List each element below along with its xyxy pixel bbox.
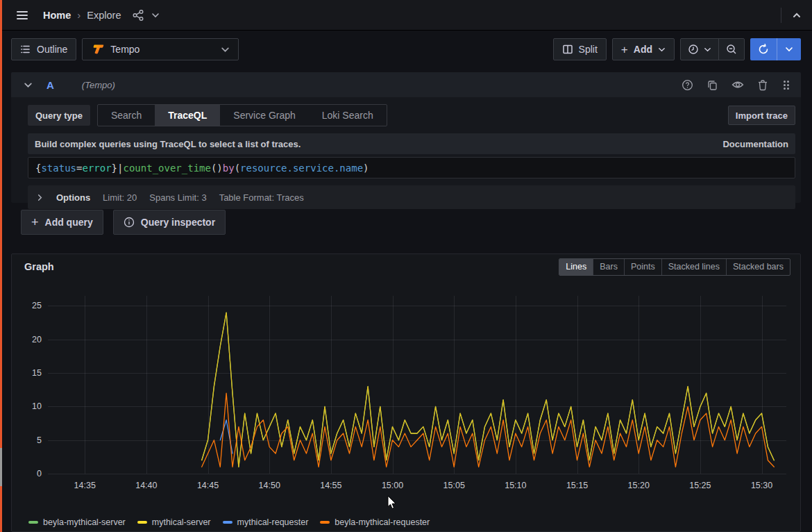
graph-panel-title: Graph — [24, 261, 54, 272]
drag-handle-icon[interactable] — [781, 79, 791, 91]
outline-button-label: Outline — [37, 44, 67, 55]
options-label[interactable]: Options — [56, 192, 90, 203]
breadcrumb-home[interactable]: Home — [43, 10, 71, 21]
query-type-tab-service-graph[interactable]: Service Graph — [220, 105, 308, 126]
legend-item-mythical-requester[interactable]: mythical-requester — [223, 517, 309, 527]
legend-label: mythical-requester — [237, 517, 309, 527]
tempo-logo — [91, 42, 105, 56]
explore-toolbar: Outline Tempo Split + Add — [11, 38, 801, 60]
query-token: = — [76, 163, 82, 174]
graph-panel: Graph LinesBarsPointsStacked linesStacke… — [11, 253, 801, 532]
option-summary-item: Limit: 20 — [103, 192, 137, 203]
graph-style-points[interactable]: Points — [624, 259, 661, 275]
query-token: } — [112, 163, 117, 174]
query-token: { — [35, 163, 41, 174]
graph-style-lines[interactable]: Lines — [559, 259, 593, 275]
graph-style-radio-group: LinesBarsPointsStacked linesStacked bars — [559, 258, 790, 276]
traceql-info-text: Build complex queries using TraceQL to s… — [35, 139, 301, 149]
add-query-button[interactable]: + Add query — [21, 210, 103, 235]
plus-icon: + — [31, 215, 39, 230]
legend-item-mythical-server[interactable]: mythical-server — [137, 517, 211, 527]
legend-swatch — [320, 521, 330, 524]
graph-style-bars[interactable]: Bars — [593, 259, 624, 275]
breadcrumb-chevron-down-icon[interactable] — [151, 11, 160, 19]
time-series-chart[interactable]: 051015202514:3514:4014:4514:5014:5515:00… — [17, 283, 795, 500]
query-type-tab-loki-search[interactable]: Loki Search — [309, 105, 387, 126]
graph-style-stacked-lines[interactable]: Stacked lines — [661, 259, 726, 275]
query-inspector-label: Query inspector — [141, 217, 215, 228]
split-button[interactable]: Split — [553, 38, 607, 60]
share-alt-icon[interactable] — [132, 9, 144, 22]
chart-legend: beyla-mythical-servermythical-servermyth… — [28, 517, 430, 527]
left-edge-strip — [0, 0, 2, 532]
menu-icon[interactable] — [14, 7, 31, 24]
legend-swatch — [223, 521, 232, 524]
query-datasource-hint: (Tempo) — [82, 80, 115, 90]
graph-style-stacked-bars[interactable]: Stacked bars — [726, 259, 790, 275]
query-inspector-button[interactable]: Query inspector — [113, 210, 226, 235]
chevron-up-icon[interactable] — [791, 10, 802, 21]
refresh-interval-dropdown[interactable] — [777, 38, 801, 60]
documentation-link[interactable]: Documentation — [722, 139, 788, 149]
query-editor-panel: A (Tempo) Query type SearchTraceQLServic… — [11, 72, 801, 203]
split-icon — [562, 44, 573, 55]
chevron-down-icon — [658, 46, 666, 53]
traceql-query-input[interactable]: {status=error} | count_over_time() by (r… — [28, 157, 795, 178]
y-axis-tick-label: 0 — [37, 469, 42, 479]
query-token: | — [117, 163, 123, 174]
query-token: resource.service.name — [240, 163, 363, 174]
x-axis-tick-label: 14:55 — [320, 481, 341, 490]
query-type-label: Query type — [28, 105, 90, 126]
legend-item-beyla-mythical-server[interactable]: beyla-mythical-server — [28, 517, 126, 527]
query-type-tab-search[interactable]: Search — [98, 105, 155, 126]
query-options-row[interactable]: Options Limit: 20Spans Limit: 3Table For… — [28, 185, 795, 209]
query-token: () — [211, 163, 223, 174]
y-axis-tick-label: 5 — [37, 435, 42, 445]
add-query-label: Add query — [45, 217, 93, 228]
x-axis-tick-label: 14:40 — [135, 481, 157, 490]
info-circle-icon — [124, 217, 135, 228]
breadcrumb-current[interactable]: Explore — [87, 10, 121, 21]
nav-divider — [781, 8, 781, 23]
legend-swatch — [137, 521, 147, 524]
datasource-picker-label: Tempo — [110, 44, 139, 55]
run-query-button[interactable] — [750, 38, 777, 60]
x-axis-tick-label: 14:45 — [197, 481, 219, 490]
zoom-out-button[interactable] — [719, 39, 744, 60]
query-actions: + Add query Query inspector — [21, 210, 226, 235]
y-axis-tick-label: 25 — [32, 301, 42, 310]
x-axis-tick-label: 14:50 — [259, 481, 280, 490]
query-ref-id[interactable]: A — [46, 79, 54, 91]
query-type-tab-traceql[interactable]: TraceQL — [155, 105, 220, 126]
x-axis-tick-label: 14:35 — [74, 481, 96, 490]
chevron-down-icon — [785, 45, 793, 53]
add-button-label: Add — [634, 44, 652, 55]
y-axis-tick-label: 20 — [32, 335, 42, 344]
chevron-down-icon — [704, 46, 711, 53]
trash-icon[interactable] — [757, 79, 768, 91]
x-axis-tick-label: 15:20 — [628, 481, 650, 490]
clock-icon — [688, 44, 699, 55]
legend-item-beyla-mythical-requester[interactable]: beyla-mythical-requester — [320, 517, 430, 527]
legend-swatch — [28, 521, 38, 524]
eye-icon[interactable] — [731, 78, 744, 91]
x-axis-tick-label: 15:00 — [382, 481, 403, 490]
option-summary-item: Table Format: Traces — [219, 192, 304, 203]
split-button-label: Split — [579, 44, 598, 55]
legend-label: beyla-mythical-server — [43, 517, 126, 527]
traceql-info-strip: Build complex queries using TraceQL to s… — [28, 133, 795, 154]
query-type-tabs: SearchTraceQLService GraphLoki Search — [97, 104, 387, 126]
datasource-picker[interactable]: Tempo — [82, 38, 239, 60]
breadcrumb: Home › Explore — [43, 9, 121, 21]
import-trace-button[interactable]: Import trace — [728, 106, 795, 125]
time-picker-button[interactable] — [681, 39, 718, 60]
left-scrollbar-thumb[interactable] — [0, 448, 2, 486]
y-axis-tick-label: 10 — [32, 401, 42, 411]
copy-icon[interactable] — [707, 79, 718, 91]
option-summary-item: Spans Limit: 3 — [149, 192, 206, 203]
add-dropdown-button[interactable]: + Add — [612, 38, 675, 60]
collapse-chevron-down-icon[interactable] — [24, 81, 33, 90]
outline-button[interactable]: Outline — [11, 38, 76, 60]
x-axis-tick-label: 15:05 — [443, 481, 465, 490]
help-circle-icon[interactable] — [682, 79, 693, 91]
